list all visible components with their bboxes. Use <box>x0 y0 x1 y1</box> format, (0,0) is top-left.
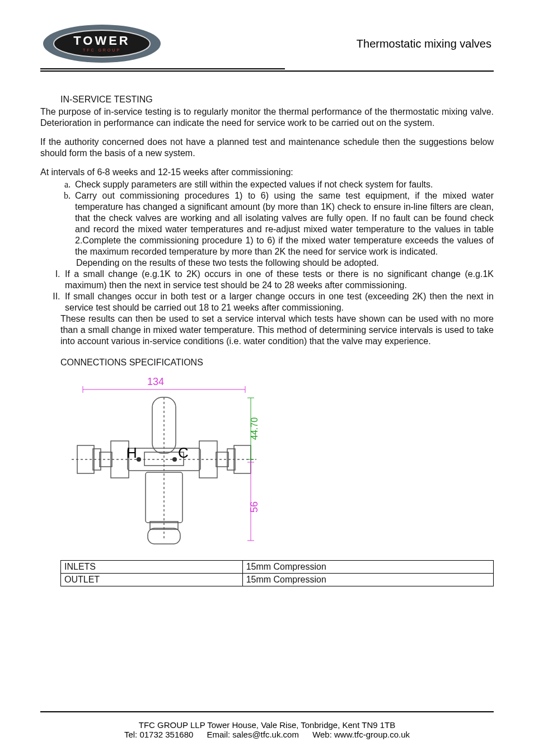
tower-logo-icon: TOWER TFC GROUP <box>40 22 163 65</box>
footer-web: Web: www.tfc-group.co.uk <box>312 730 410 739</box>
connections-table: INLETS 15mm Compression OUTLET 15mm Comp… <box>60 560 494 586</box>
in-service-testing-heading: IN-SERVICE TESTING <box>60 94 494 105</box>
svg-point-27 <box>172 457 177 462</box>
page: TOWER TFC GROUP Thermostatic mixing valv… <box>0 0 534 756</box>
svg-text:C: C <box>178 444 189 461</box>
paragraph-purpose: The purpose of in-service testing is to … <box>40 106 494 129</box>
footer-contact: Tel: 01732 351680 Email: sales@tfc.uk.co… <box>40 730 494 739</box>
list-item: Carry out commissioning procedures 1) to… <box>73 190 494 257</box>
company-logo: TOWER TFC GROUP <box>40 22 163 65</box>
header-divider-short <box>40 68 285 69</box>
svg-text:56: 56 <box>249 501 260 513</box>
roman-list: If a small change (e.g.1K to 2K) occurs … <box>50 269 494 313</box>
table-cell-label: OUTLET <box>61 574 243 586</box>
document-body: IN-SERVICE TESTING The purpose of in-ser… <box>40 94 494 586</box>
summary-paragraph: These results can then be used to set a … <box>60 313 494 347</box>
list-item: If a small change (e.g.1K to 2K) occurs … <box>63 269 494 291</box>
header-row: TOWER TFC GROUP Thermostatic mixing valv… <box>40 22 494 65</box>
svg-text:H: H <box>127 444 137 461</box>
footer-tel: Tel: 01732 351680 <box>124 730 193 739</box>
table-row: OUTLET 15mm Compression <box>61 574 494 586</box>
svg-text:44.70: 44.70 <box>250 417 259 440</box>
table-cell-label: INLETS <box>61 561 243 574</box>
connections-diagram: 134 44.70 56 <box>60 373 494 555</box>
table-cell-value: 15mm Compression <box>242 561 493 574</box>
svg-text:TOWER: TOWER <box>73 34 130 48</box>
svg-point-26 <box>137 457 141 462</box>
footer-address: TFC GROUP LLP Tower House, Vale Rise, To… <box>40 720 494 730</box>
svg-text:134: 134 <box>147 376 164 387</box>
connections-heading: CONNECTIONS SPECIFICATIONS <box>60 357 494 368</box>
list-item: If small changes occur in both test or a… <box>63 291 494 313</box>
svg-rect-16 <box>100 452 112 467</box>
paragraph-schedule: If the authority concerned does not have… <box>40 137 494 159</box>
svg-text:TFC  GROUP: TFC GROUP <box>83 48 121 52</box>
table-cell-value: 15mm Compression <box>242 574 493 586</box>
footer-email: Email: sales@tfc.uk.com <box>207 730 299 739</box>
alpha-trailer-line: Depending on the results of these two te… <box>76 257 494 269</box>
valve-diagram-icon: 134 44.70 56 <box>60 373 284 552</box>
paragraph-intervals: At intervals of 6-8 weeks and 12-15 week… <box>40 167 494 178</box>
document-title: Thermostatic mixing valves <box>163 37 494 50</box>
footer-divider <box>40 711 494 712</box>
list-item: Check supply parameters are still within… <box>73 179 494 190</box>
page-footer: TFC GROUP LLP Tower House, Vale Rise, To… <box>40 711 494 739</box>
table-row: INLETS 15mm Compression <box>61 561 494 574</box>
header-divider-full <box>40 71 494 72</box>
alpha-list: Check supply parameters are still within… <box>60 179 494 257</box>
svg-rect-19 <box>216 452 228 467</box>
